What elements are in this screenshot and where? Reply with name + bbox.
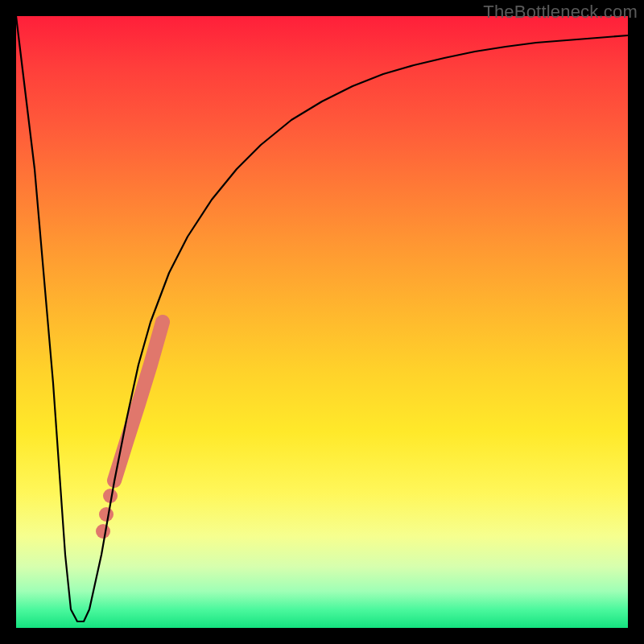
plot-area [16, 16, 628, 628]
chart-stage: TheBottleneck.com [0, 0, 644, 644]
highlight-segment [114, 322, 163, 481]
highlight-dot [96, 524, 110, 539]
chart-svg [16, 16, 628, 628]
highlight-dot [99, 507, 114, 522]
watermark-text: TheBottleneck.com [483, 2, 638, 23]
